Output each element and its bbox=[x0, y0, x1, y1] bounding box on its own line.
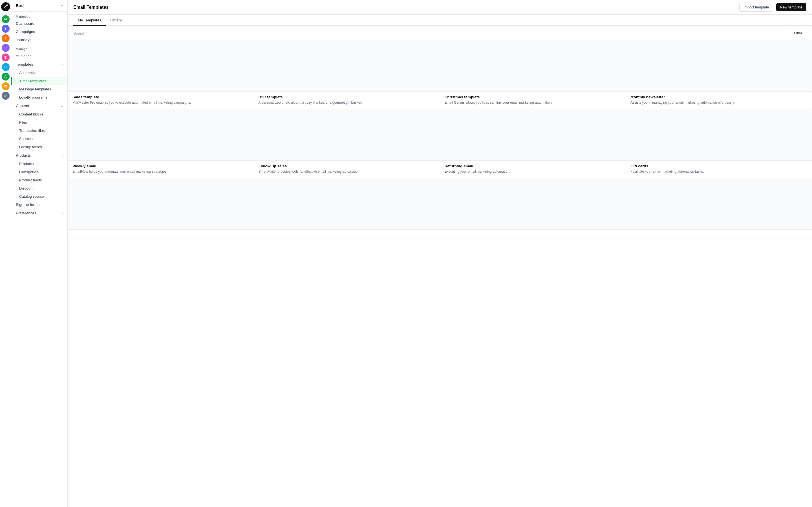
sidebar-item-dashboard[interactable]: Dashboard bbox=[11, 19, 67, 27]
rail-avatar-m[interactable]: M bbox=[2, 15, 10, 23]
import-template-button[interactable]: Import template bbox=[739, 3, 773, 11]
card-info-monthly: Monthly newsletter Assists you in managi… bbox=[626, 92, 812, 110]
card-info-row3b bbox=[254, 230, 440, 238]
preferences-chevron: › bbox=[62, 212, 63, 215]
template-card-row3c[interactable] bbox=[440, 179, 626, 239]
sidebar-item-products[interactable]: Products bbox=[11, 160, 67, 168]
sidebar-item-signup-forms[interactable]: Sign-up forms bbox=[11, 201, 67, 209]
card-preview-giftcards bbox=[626, 110, 812, 161]
card-title-followup: Follow up sales bbox=[259, 164, 435, 168]
workspace-chevron: ▾ bbox=[61, 4, 63, 7]
sidebar-item-lookup-tables[interactable]: Lookup tables bbox=[11, 143, 67, 151]
search-bar: Filter bbox=[68, 25, 812, 41]
sidebar-item-product-feeds[interactable]: Product feeds bbox=[11, 176, 67, 184]
sidebar-section-templates[interactable]: Templates ▴ bbox=[11, 60, 67, 69]
sidebar-item-email-templates[interactable]: Email templates bbox=[11, 77, 67, 85]
card-title-weekly: Weekly email bbox=[72, 164, 249, 168]
sidebar-item-catalog-source[interactable]: Catalog source bbox=[11, 192, 67, 201]
card-preview-row3c bbox=[440, 179, 626, 230]
sidebar-item-sources[interactable]: Sources bbox=[11, 135, 67, 143]
rail-avatar-s[interactable]: S bbox=[2, 34, 10, 42]
template-card-followup[interactable]: Follow up sales SmartMailer provides too… bbox=[254, 110, 440, 179]
card-desc-returning: Executing your email marketing automatio… bbox=[445, 169, 621, 174]
rail-avatar-e[interactable]: E bbox=[2, 54, 10, 61]
rail-avatar-i[interactable]: I bbox=[2, 25, 10, 33]
card-info-weekly: Weekly email EmailFlow helps you automat… bbox=[68, 161, 254, 179]
tabs-bar: My Templates Library bbox=[68, 15, 812, 25]
card-preview-sales bbox=[68, 41, 254, 92]
card-title-returning: Returning email bbox=[445, 164, 621, 168]
sidebar-item-discount[interactable]: Discount bbox=[11, 184, 67, 192]
template-grid: Sales template MailMaster Pro enables yo… bbox=[68, 41, 812, 239]
card-desc-followup: SmartMailer provides tools for effective… bbox=[259, 169, 435, 174]
sidebar-section-content[interactable]: Content ▴ bbox=[11, 101, 67, 110]
rail-avatar-p[interactable]: P bbox=[2, 44, 10, 52]
card-info-returning: Returning email Executing your email mar… bbox=[440, 161, 626, 179]
sidebar-item-content-blocks[interactable]: Content blocks bbox=[11, 110, 67, 118]
card-preview-monthly bbox=[626, 41, 812, 92]
workspace-name: Bird bbox=[16, 3, 24, 8]
card-info-row3a bbox=[68, 230, 254, 238]
card-info-christmas: Christmas template Email Genius allows y… bbox=[440, 92, 626, 110]
content-chevron: ▴ bbox=[61, 104, 63, 107]
card-desc-weekly: EmailFlow helps you automate your email … bbox=[72, 169, 249, 174]
card-info-sales: Sales template MailMaster Pro enables yo… bbox=[68, 92, 254, 110]
rail-avatar-h[interactable]: H bbox=[2, 63, 10, 71]
icon-rail: M I S P E H A W D bbox=[0, 0, 11, 507]
card-title-monthly: Monthly newsletter bbox=[630, 95, 807, 99]
rail-avatar-d[interactable]: D bbox=[2, 92, 10, 100]
card-desc-monthly: Assists you in managing your email marke… bbox=[630, 100, 807, 105]
marketing-section-label: Marketing bbox=[11, 11, 67, 19]
template-card-sales[interactable]: Sales template MailMaster Pro enables yo… bbox=[68, 41, 254, 110]
manage-section-label: Manage bbox=[11, 44, 67, 52]
sidebar-item-preferences[interactable]: Preferences › bbox=[11, 209, 67, 217]
content-label: Content bbox=[16, 104, 29, 108]
sidebar-item-files[interactable]: Files bbox=[11, 118, 67, 126]
card-preview-followup bbox=[254, 110, 440, 161]
main-content: Email Templates Import template New temp… bbox=[68, 0, 812, 507]
rail-avatar-w[interactable]: W bbox=[2, 82, 10, 90]
template-card-row3a[interactable] bbox=[68, 179, 254, 239]
search-input-wrap[interactable] bbox=[73, 31, 790, 36]
card-desc-christmas: Email Genius allows you to streamline yo… bbox=[445, 100, 621, 105]
sidebar-item-loyalty-programs[interactable]: Loyalty programs bbox=[11, 93, 67, 101]
template-card-weekly[interactable]: Weekly email EmailFlow helps you automat… bbox=[68, 110, 254, 179]
template-card-row3d[interactable] bbox=[626, 179, 812, 239]
template-card-row3b[interactable] bbox=[254, 179, 440, 239]
sidebar-item-audience[interactable]: Audience bbox=[11, 52, 67, 60]
card-preview-row3b bbox=[254, 179, 440, 230]
template-card-monthly[interactable]: Monthly newsletter Assists you in managi… bbox=[626, 41, 812, 110]
tab-library[interactable]: Library bbox=[106, 15, 126, 25]
template-grid-container: Sales template MailMaster Pro enables yo… bbox=[68, 41, 812, 507]
card-info-b2c: B2C template A personalized photo album,… bbox=[254, 92, 440, 110]
sidebar-item-message-templates[interactable]: Message templates bbox=[11, 85, 67, 93]
sidebar-item-campaigns[interactable]: Campaigns bbox=[11, 27, 67, 36]
filter-button[interactable]: Filter bbox=[790, 29, 806, 37]
rail-avatar-a[interactable]: A bbox=[2, 73, 10, 80]
template-card-b2c[interactable]: B2C template A personalized photo album,… bbox=[254, 41, 440, 110]
sidebar-item-categories[interactable]: Catergories bbox=[11, 168, 67, 176]
card-info-followup: Follow up sales SmartMailer provides too… bbox=[254, 161, 440, 179]
new-template-button[interactable]: New template bbox=[776, 3, 806, 11]
template-card-giftcards[interactable]: Gift cards Facilitate your email marketi… bbox=[626, 110, 812, 179]
card-preview-row3a bbox=[68, 179, 254, 230]
app-logo[interactable] bbox=[1, 2, 10, 11]
card-info-row3d bbox=[626, 230, 812, 238]
workspace-header[interactable]: Bird ▾ bbox=[11, 0, 67, 11]
card-preview-weekly bbox=[68, 110, 254, 161]
card-desc-giftcards: Facilitate your email marketing automati… bbox=[630, 169, 807, 174]
sidebar-item-journeys[interactable]: Journeys bbox=[11, 36, 67, 44]
card-preview-b2c bbox=[254, 41, 440, 92]
card-desc-b2c: A personalized photo album, a cozy blank… bbox=[259, 100, 435, 105]
sidebar-section-products[interactable]: Products ▴ bbox=[11, 151, 67, 160]
sidebar-item-translation-files[interactable]: Translation files bbox=[11, 126, 67, 135]
template-card-returning[interactable]: Returning email Executing your email mar… bbox=[440, 110, 626, 179]
card-title-b2c: B2C template bbox=[259, 95, 435, 99]
sidebar-item-ad-creative[interactable]: Ad creative bbox=[11, 69, 67, 77]
products-chevron: ▴ bbox=[61, 154, 63, 157]
card-title-giftcards: Gift cards bbox=[630, 164, 807, 168]
tab-my-templates[interactable]: My Templates bbox=[73, 15, 106, 25]
search-input[interactable] bbox=[73, 31, 790, 36]
card-info-row3c bbox=[440, 230, 626, 238]
template-card-christmas[interactable]: Christmas template Email Genius allows y… bbox=[440, 41, 626, 110]
